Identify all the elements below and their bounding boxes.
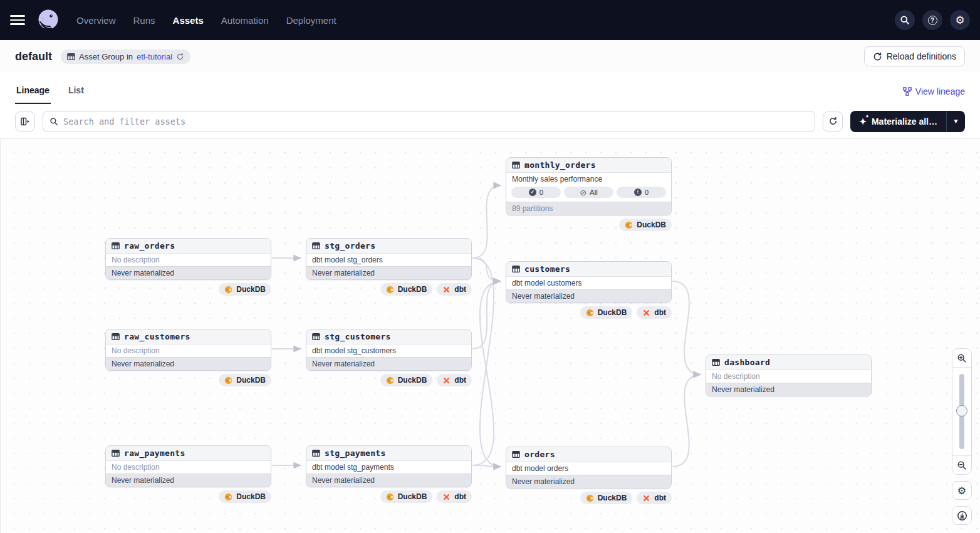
edge-stg_payments-to-customers [472, 281, 501, 465]
duckdb-icon [224, 286, 232, 294]
alert-circle-icon: ! [634, 189, 642, 196]
asset-kind-badges: DuckDBdbt [506, 492, 672, 504]
graph-toolbar: ✦✦ Materialize all… ▼ [0, 104, 980, 139]
tab-lineage[interactable]: Lineage [15, 85, 51, 104]
dbt-badge[interactable]: dbt [437, 490, 472, 503]
duckdb-badge[interactable]: DuckDB [380, 374, 433, 386]
hamburger-menu-icon[interactable] [10, 13, 25, 28]
search-icon[interactable] [895, 10, 915, 30]
asset-name: raw_orders [124, 241, 175, 251]
nav-item-runs[interactable]: Runs [133, 15, 155, 26]
materialization-status: Never materialized [306, 266, 471, 279]
asset-kind-badges: DuckDBdbt [306, 283, 472, 296]
duckdb-badge[interactable]: DuckDB [380, 283, 433, 296]
duckdb-badge[interactable]: DuckDB [580, 306, 633, 319]
sparkle-icon: ✦✦ [859, 117, 867, 126]
asset-description: No description [106, 461, 271, 473]
zoom-in-button[interactable] [952, 349, 971, 368]
asset-name: stg_payments [325, 448, 386, 458]
dbt-badge[interactable]: dbt [437, 374, 472, 386]
edge-stg_customers-to-customers [472, 281, 501, 349]
zoom-slider-handle[interactable] [956, 405, 967, 417]
asset-kind-badges: DuckDBdbt [306, 374, 472, 386]
search-filter-input[interactable] [63, 116, 808, 127]
asset-search-box [43, 111, 815, 132]
dbt-icon [442, 493, 451, 501]
asset-node-stg_orders[interactable]: stg_ordersdbt model stg_ordersNever mate… [306, 238, 472, 280]
tab-list[interactable]: List [67, 85, 85, 104]
toggle-sidebar-button[interactable] [15, 111, 35, 132]
duckdb-icon [386, 286, 394, 294]
table-icon [67, 53, 75, 61]
materialization-status: Never materialized [506, 475, 671, 488]
materialization-status: Never materialized [106, 266, 271, 279]
dagster-logo[interactable] [36, 8, 60, 32]
lineage-canvas[interactable]: ⚙ raw_ordersNo descriptionNever material… [0, 139, 980, 533]
asset-node-dashboard[interactable]: dashboardNo descriptionNever materialize… [706, 354, 872, 396]
asset-name: stg_orders [325, 241, 375, 251]
table-icon [112, 333, 120, 341]
table-icon [712, 358, 720, 366]
partition-pill-alert[interactable]: !0 [617, 187, 666, 198]
lineage-graph-icon [903, 87, 912, 96]
dbt-badge[interactable]: dbt [637, 306, 672, 319]
code-location-link[interactable]: etl-tutorial [137, 52, 172, 61]
zoom-out-button[interactable] [952, 455, 971, 474]
dbt-badge[interactable]: dbt [637, 492, 672, 504]
duckdb-badge[interactable]: DuckDB [580, 492, 633, 504]
nav-item-automation[interactable]: Automation [221, 15, 269, 26]
asset-name: dashboard [724, 358, 770, 367]
asset-description: No description [106, 254, 271, 266]
duckdb-icon [224, 493, 232, 501]
settings-gear-icon[interactable]: ⚙ [950, 10, 970, 30]
duckdb-icon [386, 376, 394, 385]
asset-node-raw_payments[interactable]: raw_paymentsNo descriptionNever material… [105, 445, 271, 487]
zoom-slider[interactable] [952, 368, 971, 455]
duckdb-icon [586, 494, 594, 502]
duckdb-badge[interactable]: DuckDB [219, 283, 271, 296]
nav-item-assets[interactable]: Assets [173, 15, 204, 26]
help-icon[interactable]: ? [922, 10, 942, 30]
dbt-badge[interactable]: dbt [437, 283, 472, 296]
materialization-status: Never materialized [106, 473, 271, 487]
asset-node-orders[interactable]: ordersdbt model ordersNever materialized [506, 447, 672, 489]
asset-description: No description [706, 370, 871, 383]
asset-node-stg_payments[interactable]: stg_paymentsdbt model stg_paymentsNever … [306, 445, 472, 487]
dbt-icon [642, 494, 650, 502]
edge-stg_orders-to-orders [472, 258, 501, 467]
view-lineage-link[interactable]: View lineage [903, 86, 965, 104]
table-icon [512, 450, 520, 458]
nav-item-overview[interactable]: Overview [76, 15, 116, 26]
asset-node-stg_customers[interactable]: stg_customersdbt model stg_customersNeve… [306, 329, 472, 371]
edge-customers-to-dashboard [672, 281, 701, 375]
asset-name: stg_customers [325, 332, 391, 341]
graph-settings-button[interactable]: ⚙ [952, 481, 972, 500]
asset-node-monthly_orders[interactable]: monthly_ordersMonthly sales performance✓… [506, 157, 672, 215]
nav-item-deployment[interactable]: Deployment [286, 15, 336, 26]
materialization-status: Never materialized [306, 473, 471, 487]
partition-pill-slash[interactable]: ⊘All [564, 187, 613, 198]
duckdb-badge[interactable]: DuckDB [219, 490, 271, 503]
partition-pill-check[interactable]: ✓0 [511, 187, 561, 198]
asset-name: raw_payments [124, 448, 185, 458]
partitions-count: 89 partitions [506, 202, 671, 215]
asset-kind-badges: DuckDB [105, 374, 271, 386]
materialize-dropdown-caret[interactable]: ▼ [946, 111, 965, 132]
reload-definitions-button[interactable]: Reload definitions [864, 46, 965, 66]
asset-node-raw_customers[interactable]: raw_customersNo descriptionNever materia… [105, 329, 271, 371]
table-icon [312, 333, 320, 341]
table-icon [512, 265, 520, 273]
top-navigation-bar: OverviewRunsAssetsAutomationDeployment ?… [0, 0, 980, 40]
duckdb-badge[interactable]: DuckDB [380, 490, 433, 503]
materialization-status: Never materialized [706, 383, 871, 396]
recenter-download-button[interactable] [952, 506, 972, 525]
duckdb-badge[interactable]: DuckDB [219, 374, 271, 386]
refresh-graph-button[interactable] [823, 111, 843, 132]
duckdb-badge[interactable]: DuckDB [619, 219, 672, 231]
materialize-all-button[interactable]: ✦✦ Materialize all… [850, 111, 946, 132]
asset-description: dbt model stg_orders [306, 254, 471, 266]
asset-node-raw_orders[interactable]: raw_ordersNo descriptionNever materializ… [105, 238, 271, 280]
edge-stg_orders-to-monthly_orders [472, 185, 501, 258]
asset-node-customers[interactable]: customersdbt model customersNever materi… [506, 261, 672, 303]
page-title: default [15, 50, 52, 63]
